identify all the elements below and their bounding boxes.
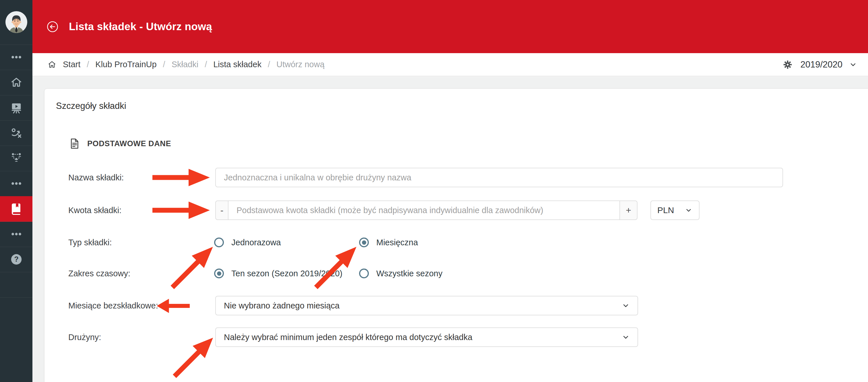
breadcrumb-separator: / bbox=[87, 60, 89, 69]
section-title: PODSTAWOWE DANE bbox=[87, 139, 171, 148]
user-avatar[interactable] bbox=[5, 11, 28, 33]
fee-type-label: Typ składki: bbox=[68, 238, 112, 247]
fee-name-label: Nazwa składki: bbox=[68, 173, 124, 182]
teams-label: Drużyny: bbox=[68, 332, 101, 342]
radio-label: Miesięczna bbox=[376, 238, 418, 247]
section-basic-data: PODSTAWOWE DANE bbox=[68, 138, 171, 150]
breadcrumb-item: Utwórz nową bbox=[276, 60, 324, 69]
presentation-icon bbox=[10, 101, 23, 114]
more-dots-icon bbox=[10, 177, 23, 190]
row-fee-type: Typ składki: Jednorazowa Miesięczna bbox=[44, 233, 868, 252]
sidebar-item-profile[interactable] bbox=[0, 0, 32, 45]
page-background: Szczegóły składki PODSTAWOWE DANE Nazwa … bbox=[32, 77, 868, 382]
chevron-down-icon bbox=[621, 301, 630, 310]
help-icon: ? bbox=[10, 253, 23, 266]
breadcrumb-separator: / bbox=[205, 60, 207, 69]
radio-option-jednorazowa[interactable]: Jednorazowa bbox=[214, 238, 281, 247]
radio-option-wszystkie-sezony[interactable]: Wszystkie sezony bbox=[359, 269, 442, 278]
breadcrumb-item[interactable]: Klub ProTrainUp bbox=[95, 60, 156, 69]
sidebar-item-home[interactable] bbox=[0, 70, 32, 95]
radio-circle[interactable] bbox=[214, 238, 224, 247]
radio-circle[interactable] bbox=[359, 269, 369, 278]
fee-amount-label: Kwota składki: bbox=[68, 206, 121, 215]
radio-circle[interactable] bbox=[359, 238, 369, 247]
more-dots-icon bbox=[10, 51, 23, 64]
row-fee-amount: Kwota składki: - + PLN bbox=[44, 201, 868, 220]
row-fee-name: Nazwa składki: bbox=[44, 168, 868, 187]
teams-value: Należy wybrać minimum jeden zespół które… bbox=[224, 332, 472, 342]
free-months-value: Nie wybrano żadnego miesiąca bbox=[224, 301, 340, 311]
tactics-icon bbox=[10, 126, 23, 140]
circle-arrow-left-icon bbox=[46, 20, 59, 33]
sidebar-item-team[interactable] bbox=[0, 146, 32, 171]
time-range-label: Zakres czasowy: bbox=[68, 269, 130, 278]
row-time-range: Zakres czasowy: Ten sezon (Sezon 2019/20… bbox=[44, 264, 868, 283]
fee-amount-input[interactable] bbox=[228, 201, 620, 220]
currency-select[interactable]: PLN bbox=[650, 201, 700, 220]
home-icon bbox=[10, 76, 23, 89]
radio-option-miesieczna[interactable]: Miesięczna bbox=[359, 238, 418, 247]
amount-decrement-button[interactable]: - bbox=[215, 201, 228, 220]
free-months-label: Miesiące bezskładkowe: bbox=[68, 301, 158, 311]
svg-text:?: ? bbox=[14, 255, 19, 263]
radio-label: Wszystkie sezony bbox=[376, 269, 442, 278]
chevron-down-icon bbox=[621, 333, 630, 342]
sidebar-item-trainings[interactable] bbox=[0, 95, 32, 121]
breadcrumb-item[interactable]: Start bbox=[63, 60, 81, 69]
chevron-down-icon bbox=[849, 60, 857, 69]
row-teams: Drużyny: Należy wybrać minimum jeden zes… bbox=[44, 327, 868, 347]
book-icon bbox=[10, 202, 23, 215]
home-breadcrumb-icon[interactable] bbox=[48, 60, 57, 69]
sidebar-item-more[interactable] bbox=[0, 222, 32, 247]
sidebar-item-help[interactable]: ? bbox=[0, 247, 32, 272]
card-title: Szczegóły składki bbox=[56, 101, 126, 111]
currency-value: PLN bbox=[657, 205, 674, 215]
more-dots-icon bbox=[10, 228, 23, 241]
page-title: Lista składek - Utwórz nową bbox=[69, 21, 212, 33]
radio-circle[interactable] bbox=[214, 269, 224, 278]
back-button[interactable] bbox=[46, 20, 59, 33]
radio-option-ten-sezon[interactable]: Ten sezon (Sezon 2019/2020) bbox=[214, 269, 342, 278]
sidebar-item-fees-active[interactable] bbox=[0, 196, 32, 222]
breadcrumb-item: Składki bbox=[172, 60, 198, 69]
sidebar: ? bbox=[0, 0, 32, 382]
row-free-months: Miesiące bezskładkowe: Nie wybrano żadne… bbox=[44, 296, 868, 315]
season-value: 2019/2020 bbox=[800, 59, 842, 70]
chevron-down-icon bbox=[685, 206, 693, 214]
sidebar-item-more[interactable] bbox=[0, 171, 32, 197]
radio-label: Ten sezon (Sezon 2019/2020) bbox=[231, 269, 342, 278]
amount-increment-button[interactable]: + bbox=[619, 201, 638, 220]
season-selector[interactable]: 2019/2020 bbox=[782, 59, 857, 70]
team-icon bbox=[10, 152, 23, 165]
fee-details-card: Szczegóły składki PODSTAWOWE DANE Nazwa … bbox=[44, 88, 868, 382]
breadcrumb-separator: / bbox=[268, 60, 270, 69]
document-icon bbox=[68, 138, 81, 150]
sidebar-item-tactics[interactable] bbox=[0, 120, 32, 146]
radio-label: Jednorazowa bbox=[231, 238, 281, 247]
gear-icon[interactable] bbox=[782, 59, 793, 70]
breadcrumb-item[interactable]: Lista składek bbox=[213, 60, 261, 69]
teams-select[interactable]: Należy wybrać minimum jeden zespół które… bbox=[215, 327, 638, 347]
free-months-select[interactable]: Nie wybrano żadnego miesiąca bbox=[215, 296, 638, 315]
sidebar-spacer bbox=[0, 272, 32, 298]
breadcrumb-bar: Start / Klub ProTrainUp / Składki / List… bbox=[32, 53, 868, 77]
app-header: Lista składek - Utwórz nową bbox=[32, 0, 868, 53]
breadcrumb-separator: / bbox=[163, 60, 165, 69]
fee-name-input[interactable] bbox=[215, 168, 783, 187]
sidebar-item-more[interactable] bbox=[0, 45, 32, 70]
